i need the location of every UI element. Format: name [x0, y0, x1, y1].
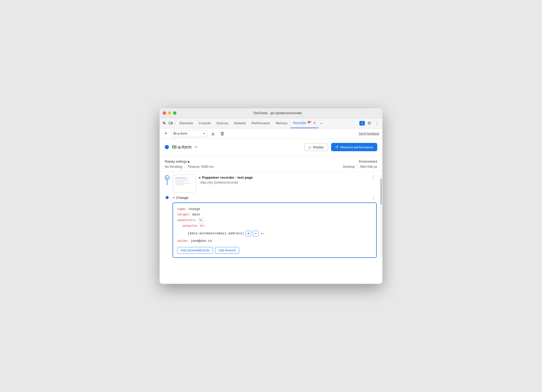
step1-content: ▶ Puppeteer recorder - test page ⋮ https… [199, 175, 377, 184]
step2-more-button[interactable]: ⋮ [370, 195, 377, 200]
step1-url: https://jec.fyi/demo/recorder [200, 181, 377, 184]
steps-area: ▶ [160, 171, 382, 258]
window-title: DevTools - jec.fyi/demo/recorder [176, 111, 379, 115]
settings-left: Replay settings ▶ No throttling Timeout:… [165, 160, 343, 169]
tab-network[interactable]: Network [231, 118, 248, 128]
environment-values: Desktop 960×546 px [343, 165, 377, 169]
more-tabs-button[interactable]: » [319, 118, 324, 128]
inspect-icon[interactable] [162, 120, 167, 126]
tab-recorder[interactable]: Recorder 🚩 ✕ [290, 118, 318, 128]
recording-selector[interactable]: fill-a-form ▾ [171, 130, 207, 137]
step1-circle-icon: ▶ [166, 177, 168, 179]
add-asserted-events-button[interactable]: Add assertedEvents [177, 247, 213, 254]
tab-performance[interactable]: Performance [249, 118, 273, 128]
chevron-down-icon: ▾ [203, 132, 205, 135]
recorder-toolbar: + fill-a-form ▾ Send feedback [160, 128, 382, 139]
chat-badge[interactable]: 1 [359, 121, 365, 126]
tab-right-icons: 1 ⚙ ⋮ [359, 120, 380, 127]
tab-memory[interactable]: Memory [273, 118, 290, 128]
step-change: ▼ Change ⋮ type: change [160, 193, 380, 258]
steps-list: ▶ [160, 175, 380, 258]
settings-values: No throttling Timeout: 5000 ms [165, 165, 343, 169]
replay-label: Replay [313, 145, 323, 149]
value-val: jane@doe.co [190, 238, 212, 244]
svg-rect-1 [169, 122, 172, 124]
selector-num-prop: selector #1: [182, 223, 206, 229]
tab-divider [175, 121, 175, 126]
action-buttons: Add assertedEvents Add timeout [177, 247, 372, 254]
replay-icon: ▷ [309, 145, 311, 149]
tab-console[interactable]: Console [196, 118, 213, 128]
delete-recording-button[interactable] [219, 130, 226, 137]
type-prop: type: [177, 207, 187, 212]
devtools-window: DevTools - jec.fyi/demo/recorder Element… [160, 108, 382, 284]
desktop-value: Desktop [343, 165, 355, 169]
remove-selector-button[interactable]: − [253, 231, 259, 236]
settings-triangle-icon: ▶ [188, 160, 190, 163]
add-recording-button[interactable]: + [163, 130, 169, 137]
scrollbar-track[interactable] [380, 175, 382, 258]
svg-rect-3 [200, 219, 201, 220]
edit-title-icon[interactable]: ✏ [195, 145, 198, 149]
replay-settings-toggle[interactable]: Replay settings ▶ [165, 160, 343, 163]
recorder-flag-icon: 🚩 [308, 121, 312, 125]
page-thumbnail [173, 175, 196, 193]
measure-label: Measure performance [340, 145, 373, 149]
step1-title: Puppeteer recorder - test page [202, 176, 253, 179]
steps-wrapper: ▶ [160, 171, 382, 258]
recording-status-dot [165, 145, 169, 149]
code-value-row: value: jane@doe.co [177, 238, 372, 244]
environment-label: Environment [343, 160, 377, 163]
settings-right: Environment Desktop 960×546 px [343, 160, 377, 169]
settings-icon[interactable]: ⚙ [366, 120, 373, 127]
settings-bar: Replay settings ▶ No throttling Timeout:… [160, 156, 382, 171]
add-selector-button[interactable]: + [246, 231, 251, 236]
selector-val: [data-automate=email-address] [188, 231, 244, 236]
step2-timeline [162, 195, 173, 199]
maximize-button[interactable] [173, 111, 176, 115]
code-target-row: target: main [177, 212, 372, 217]
step1-collapse-icon: ▶ [199, 176, 201, 179]
selectors-prop: selectors: [177, 218, 197, 223]
step1-timeline-line [167, 180, 167, 185]
traffic-lights [163, 111, 176, 115]
tab-bar: Elements Console Sources Network Perform… [160, 118, 382, 128]
add-timeout-button[interactable]: Add timeout [215, 247, 239, 254]
replay-button[interactable]: ▷ Replay [304, 143, 328, 151]
tab-sources[interactable]: Sources [214, 118, 231, 128]
minimize-button[interactable] [168, 111, 171, 115]
step1-more-button[interactable]: ⋮ [370, 175, 377, 180]
device-toolbar-icon[interactable] [168, 120, 174, 126]
code-type-row: type: change [177, 207, 372, 212]
type-val: change [189, 207, 200, 212]
scrollbar-thumb[interactable] [380, 179, 382, 205]
close-button[interactable] [163, 111, 166, 115]
code-selector-num-row: selector #1: [177, 223, 372, 229]
selector-picker-button[interactable] [198, 218, 204, 223]
send-feedback-link[interactable]: Send feedback [359, 132, 379, 135]
target-val: main [192, 212, 200, 217]
step-navigate: ▶ [160, 175, 380, 193]
more-options-icon[interactable]: ⋮ [374, 120, 380, 127]
recorder-close-icon[interactable]: ✕ [313, 121, 316, 125]
step2-collapse-icon: ▼ [173, 196, 175, 199]
step2-circle [166, 196, 169, 199]
measure-icon: ↺ [335, 145, 339, 149]
recorder-content: fill-a-form ✏ ▷ Replay ↺ Measure perform… [160, 139, 382, 284]
target-prop: target: [177, 212, 191, 217]
env-divider [357, 165, 358, 169]
step1-circle: ▶ [165, 175, 169, 180]
step1-timeline: ▶ [162, 175, 173, 185]
title-bar: DevTools - jec.fyi/demo/recorder [160, 108, 382, 118]
replay-settings-label: Replay settings [165, 160, 187, 163]
code-selectors-row: selectors: [177, 218, 372, 223]
step2-header[interactable]: ▼ Change ⋮ [173, 195, 377, 200]
value-prop: value: [177, 238, 189, 244]
export-recording-button[interactable] [209, 130, 217, 137]
tab-elements[interactable]: Elements [177, 118, 196, 128]
measure-performance-button[interactable]: ↺ Measure performance [331, 143, 377, 151]
resolution-value: 960×546 px [360, 165, 377, 169]
step1-header[interactable]: ▶ Puppeteer recorder - test page ⋮ [199, 175, 377, 180]
add-remove-controls: + − ← [246, 229, 265, 238]
recording-title: fill-a-form [172, 144, 191, 150]
